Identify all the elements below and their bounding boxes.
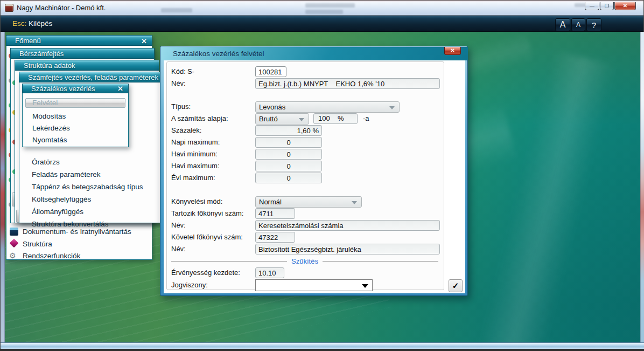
client-area: Főmenü ✕ Dokumentum- és Iratnyilvántartá… — [1, 32, 644, 342]
menu-title: Struktúra adatok — [24, 61, 75, 70]
dialog-szazalekos-felvetel: Százalékos vezérlés felvétel ✕ Kód: S- N… — [160, 46, 468, 296]
menu-body-szazalekos-vezerles: Felvétel Módosítás Lekérdezés Nyomtatás — [22, 93, 129, 147]
menu-header-fomenu[interactable]: Főmenü ✕ — [6, 35, 152, 46]
chevron-down-icon — [352, 201, 357, 204]
help-button[interactable]: ? — [586, 18, 601, 31]
structure-cube-icon — [10, 239, 19, 248]
dialog-titlebar[interactable]: Százalékos vezérlés felvétel — [161, 47, 468, 60]
menu-header-berszamfejtes[interactable]: Bérszámfejtés — [10, 48, 155, 59]
glass-reflection — [161, 8, 192, 12]
jogviszony-combobox[interactable] — [255, 279, 373, 291]
nev2-input[interactable] — [255, 220, 440, 231]
jogviszony-label: Jogviszony: — [171, 280, 208, 291]
kod-label: Kód: — [171, 66, 186, 77]
evi-max-label: Évi maximum: — [171, 173, 215, 183]
app-menubar: Esc: Kilépés A A ? — [1, 16, 643, 32]
menu-item-nyomtatas[interactable]: Nyomtatás — [23, 134, 128, 146]
menu-item-feladas-parameterek[interactable]: Feladás paraméterek — [19, 168, 164, 181]
menu-item-koltseghelyfugges[interactable]: Költséghelyfüggés — [19, 193, 164, 205]
close-button[interactable]: ✕ — [614, 2, 636, 10]
kovetel-label: Követel főkönyvi szám: — [171, 232, 243, 243]
chevron-down-icon — [362, 284, 368, 288]
window-frame-right — [640, 32, 644, 342]
menu-title: Számfejtés vezérlés, feladás paraméterek — [28, 73, 158, 81]
menu-title: Bérszámfejtés — [19, 50, 64, 58]
document-registry-icon — [10, 228, 18, 236]
minimize-button[interactable]: — — [585, 2, 599, 10]
alap-select[interactable]: Bruttó — [255, 113, 309, 125]
tipus-select[interactable]: Levonás — [255, 101, 400, 113]
menu-header-szazalekos-vezerles[interactable]: Százalékos vezérlés ✕ — [22, 84, 129, 93]
napi-max-input[interactable] — [255, 137, 322, 148]
nev3-label: Név: — [171, 244, 186, 254]
menu-item-modositas[interactable]: Módosítás — [23, 110, 128, 122]
glass-reflection — [305, 10, 343, 14]
nev1-label: Név: — [171, 78, 186, 89]
menu-item-struktura-bekonvertalas[interactable]: Struktúra bekonvertálás — [19, 218, 164, 230]
dialog-body: Kód: S- Név: Típus: Levonás A számítás a… — [164, 60, 465, 293]
havi-min-label: Havi minimum: — [171, 149, 218, 160]
close-icon[interactable]: ✕ — [141, 36, 147, 46]
gears-icon: ⚙ — [9, 250, 16, 262]
konyvelesi-select[interactable]: Normál — [255, 196, 362, 208]
maximize-button[interactable]: ❐ — [600, 2, 614, 10]
menu-header-struktura-adatok[interactable]: Struktúra adatok — [15, 60, 159, 71]
konyvelesi-label: Könyvelési mód: — [171, 196, 222, 207]
close-icon[interactable]: ✕ — [117, 84, 123, 93]
menu-item-tappenz[interactable]: Táppénz és betegszabadság típus — [19, 181, 164, 193]
alap-percent-input[interactable]: 100 % — [313, 113, 358, 124]
confirm-button[interactable]: ✓ — [449, 279, 463, 292]
font-increase-button[interactable]: A — [555, 18, 570, 31]
menu-title: Főmenü — [15, 37, 41, 45]
menu-item-oratorzs[interactable]: Óratörzs — [19, 156, 164, 168]
ervenyesseg-input[interactable] — [255, 267, 284, 278]
menu-item-lekerdezes[interactable]: Lekérdezés — [23, 122, 128, 134]
nev3-input[interactable] — [255, 244, 440, 254]
napi-max-label: Napi maximum: — [171, 137, 220, 148]
alap-suffix: -a — [363, 113, 369, 124]
esc-exit-command[interactable]: Esc: Kilépés — [12, 19, 52, 27]
app-title: Nagy Machinátor - Demó kft. — [17, 4, 106, 12]
szazalek-label: Százalék: — [171, 125, 201, 136]
havi-max-label: Havi maximum: — [171, 161, 220, 171]
kovetel-input[interactable] — [255, 232, 295, 243]
alap-label: A számítás alapja: — [171, 113, 228, 124]
chevron-down-icon — [389, 106, 395, 109]
havi-min-input[interactable] — [255, 149, 322, 160]
font-decrease-button[interactable]: A — [571, 18, 585, 31]
nev2-label: Név: — [171, 220, 186, 231]
szazalek-input[interactable] — [255, 125, 322, 136]
havi-max-input[interactable] — [255, 161, 322, 171]
szukites-label: Szűkítés — [287, 257, 323, 265]
szukites-separator: Szűkítés — [171, 256, 438, 266]
nev1-input[interactable] — [255, 78, 440, 89]
menu-item-struktura[interactable]: Struktúra — [6, 238, 152, 250]
tipus-label: Típus: — [171, 101, 191, 112]
window-frame-bottom — [1, 342, 644, 349]
menu-item-felvetel-selected[interactable]: Felvétel — [25, 98, 125, 108]
menu-item-allomanyfugges[interactable]: Állományfüggés — [19, 205, 164, 218]
dialog-title: Százalékos vezérlés felvétel — [173, 50, 264, 58]
evi-max-input[interactable] — [255, 173, 322, 183]
ervenyesseg-label: Érvényesség kezdete: — [171, 267, 240, 278]
menu-item-rendszerfunkciok[interactable]: ⚙ Rendszerfunkciók — [6, 250, 152, 262]
menu-header-szamfejtes-vezerles[interactable]: Számfejtés vezérlés, feladás paraméterek — [19, 72, 164, 82]
chevron-down-icon — [299, 118, 304, 121]
dialog-close-button[interactable]: ✕ — [444, 47, 461, 55]
app-window: Nagy Machinátor - Demó kft. — ❐ ✕ Esc: K… — [0, 0, 644, 348]
glass-reflection — [305, 3, 355, 8]
window-frame-left — [1, 32, 5, 342]
menu-title: Százalékos vezérlés — [31, 85, 95, 93]
esc-key-label: Esc: — [12, 19, 26, 27]
exit-label: Kilépés — [29, 19, 52, 27]
tartozik-label: Tartozik főkönyvi szám: — [171, 208, 243, 219]
app-icon — [5, 4, 13, 12]
app-titlebar[interactable]: Nagy Machinátor - Demó kft. — ❐ ✕ — [1, 1, 643, 16]
kod-prefix: S- — [187, 66, 194, 77]
kod-input[interactable] — [255, 66, 286, 77]
tartozik-input[interactable] — [255, 208, 295, 219]
menu-window-szazalekos-vezerles: Százalékos vezérlés ✕ Felvétel Módosítás… — [22, 84, 129, 147]
